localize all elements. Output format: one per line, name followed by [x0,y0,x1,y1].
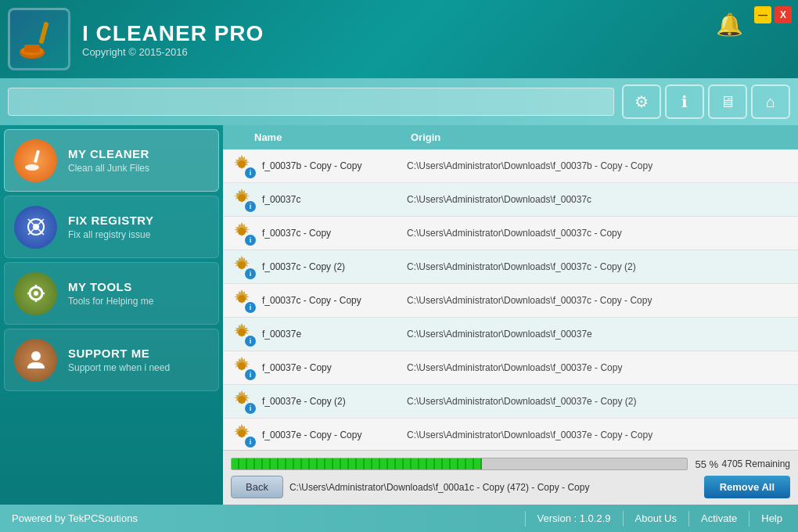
table-row[interactable]: i f_00037e - Copy C:\Users\Administrator… [223,351,798,385]
info-badge: i [245,167,256,178]
close-button[interactable]: X [775,6,792,23]
version-text: Version : 1.0.2.9 [534,512,615,524]
title-bar: I CLEANER PRO Copyright © 2015-2016 🔔 — … [0,0,798,78]
status-bar: Powered by TekPCSoutions Version : 1.0.2… [0,505,798,532]
file-row-icon: i [231,187,256,212]
table-row[interactable]: i f_00037c C:\Users\Administrator\Downlo… [223,183,798,217]
remove-all-button[interactable]: Remove All [704,476,790,498]
table-row[interactable]: i f_00037e C:\Users\Administrator\Downlo… [223,318,798,351]
settings-button[interactable]: ⚙ [622,84,661,119]
file-origin: C:\Users\Administrator\Downloads\f_00037… [407,194,790,205]
file-row-icon: i [231,389,256,414]
support-text: SUPPORT ME Support me when i need [68,347,170,373]
table-row[interactable]: i f_00037b - Copy - Copy C:\Users\Admini… [223,149,798,183]
about-us-link[interactable]: About Us [631,512,681,524]
svg-rect-0 [38,21,49,44]
col-origin-header: Origin [411,131,767,143]
bell-icon[interactable]: 🔔 [716,13,743,37]
support-title: SUPPORT ME [68,347,170,360]
table-row[interactable]: i f_00037c - Copy - Copy C:\Users\Admini… [223,284,798,318]
file-name: f_00037e - Copy [262,362,407,373]
table-row[interactable]: i f_00037e - Copy (2) C:\Users\Administr… [223,385,798,419]
file-row-icon: i [231,254,256,279]
file-panel: Name Origin i f_00037b - Copy - Copy C:\… [223,125,798,505]
sidebar-item-support[interactable]: SUPPORT ME Support me when i need [4,329,219,391]
registry-text: FIX REGISTRY Fix all registry issue [68,214,154,240]
table-row[interactable]: i f_00037c - Copy (2) C:\Users\Administr… [223,250,798,284]
file-name: f_00037c - Copy - Copy [262,295,407,306]
file-origin: C:\Users\Administrator\Downloads\f_00037… [407,160,790,171]
action-row: Back C:\Users\Administrator\Downloads\f_… [231,476,790,498]
window-controls: — X [754,6,792,23]
info-button[interactable]: ℹ [665,84,704,119]
col-name-header: Name [254,131,411,143]
info-badge: i [245,437,256,448]
remaining-text: 4705 Remaining [722,458,790,469]
table-row[interactable]: i f_00037e - Copy - Copy C:\Users\Admini… [223,419,798,450]
svg-rect-4 [33,150,39,163]
cleaner-text: MY CLEANER Clean all Junk Files [68,147,149,174]
minimize-button[interactable]: — [754,6,771,23]
monitor-button[interactable]: 🖥 [708,84,747,119]
progress-text: 55 % [696,458,719,470]
info-badge: i [245,235,256,246]
file-origin: C:\Users\Administrator\Downloads\f_00037… [407,295,790,306]
svg-rect-3 [24,45,40,52]
table-row[interactable]: i f_00037c - Copy C:\Users\Administrator… [223,217,798,250]
main-content: MY CLEANER Clean all Junk Files FIX REGI… [0,125,798,505]
svg-point-5 [25,164,39,171]
file-table-header: Name Origin [223,125,798,149]
info-icon: ℹ [681,92,688,111]
activate-link[interactable]: Activate [697,512,741,524]
cleaner-subtitle: Clean all Junk Files [68,163,149,174]
app-title-block: I CLEANER PRO Copyright © 2015-2016 [82,21,790,58]
info-badge: i [245,403,256,414]
sidebar-item-tools[interactable]: MY TOOLS Tools for Helping me [4,262,219,325]
help-link[interactable]: Help [757,512,786,524]
sidebar-item-registry[interactable]: FIX REGISTRY Fix all registry issue [4,196,219,258]
file-origin: C:\Users\Administrator\Downloads\f_00037… [407,261,790,272]
file-name: f_00037c - Copy [262,228,407,239]
registry-icon [14,206,57,249]
file-origin: C:\Users\Administrator\Downloads\f_00037… [407,362,790,373]
app-logo [8,8,70,70]
status-divider-4 [749,511,749,527]
info-badge: i [245,369,256,380]
file-row-icon: i [231,355,256,380]
registry-title: FIX REGISTRY [68,214,154,227]
file-name: f_00037b - Copy - Copy [262,160,407,171]
info-badge: i [245,302,256,313]
file-list[interactable]: i f_00037b - Copy - Copy C:\Users\Admini… [223,149,798,450]
info-badge: i [245,268,256,279]
support-icon [14,339,57,382]
progress-bar-container [231,458,688,470]
tools-icon [14,272,57,315]
file-origin: C:\Users\Administrator\Downloads\f_00037… [407,329,790,340]
file-name: f_00037e - Copy - Copy [262,430,407,440]
file-row-icon: i [231,422,256,448]
file-name: f_00037c [262,194,407,205]
registry-subtitle: Fix all registry issue [68,229,154,240]
sidebar-item-cleaner[interactable]: MY CLEANER Clean all Junk Files [4,129,219,192]
search-box [8,88,614,116]
home-button[interactable]: ⌂ [751,84,790,119]
svg-point-7 [33,224,39,230]
home-icon: ⌂ [766,93,775,111]
file-row-icon: i [231,288,256,313]
gear-icon: ⚙ [634,92,649,111]
svg-point-13 [34,291,38,296]
cleaner-title: MY CLEANER [68,147,149,160]
file-origin: C:\Users\Administrator\Downloads\f_00037… [407,430,790,440]
file-row-icon: i [231,221,256,246]
current-path-text: C:\Users\Administrator\Downloads\f_000a1… [289,482,698,493]
tools-subtitle: Tools for Helping me [68,296,153,307]
cleaner-icon [14,139,57,182]
back-button[interactable]: Back [231,476,283,498]
sidebar: MY CLEANER Clean all Junk Files FIX REGI… [0,125,223,505]
progress-row: 55 % 4705 Remaining [231,457,790,471]
support-subtitle: Support me when i need [68,362,170,373]
info-badge: i [245,336,256,347]
app-title: I CLEANER PRO [82,21,790,46]
file-name: f_00037c - Copy (2) [262,261,407,272]
file-name: f_00037e - Copy (2) [262,396,407,407]
